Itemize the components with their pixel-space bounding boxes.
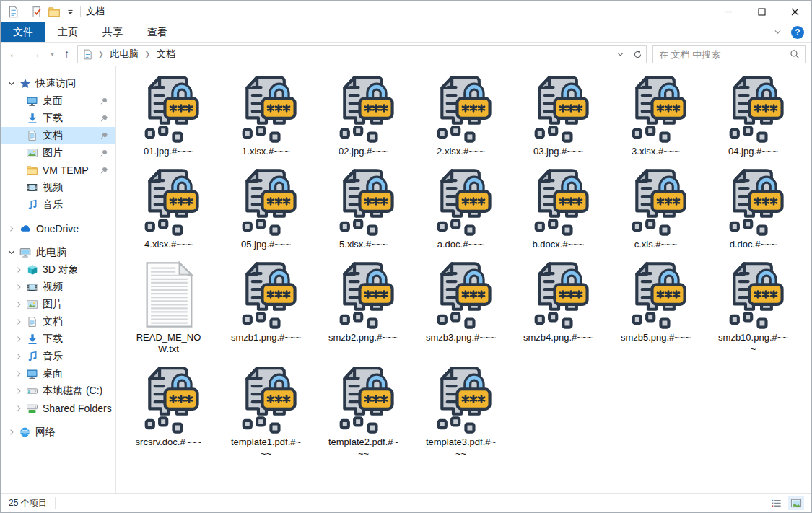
sidebar-item-shared-folders[interactable]: Shared Folders (\\ [1, 400, 115, 417]
file-item[interactable]: 3.xlsx.#~~~ [607, 74, 704, 157]
file-item[interactable]: d.doc.#~~~ [704, 167, 802, 250]
sidebar-item-label: 图片 [43, 146, 63, 159]
sidebar-item-pictures[interactable]: 图片 [1, 296, 115, 313]
sidebar-item-documents[interactable]: 文档 [1, 313, 115, 330]
address-bar[interactable]: ❯ 此电脑 ❯ 文档 [77, 45, 647, 63]
sidebar-item-this-pc[interactable]: 此电脑 [1, 244, 115, 261]
chevron-slot [13, 165, 25, 176]
videos-icon [26, 281, 38, 293]
sidebar-item-downloads[interactable]: 下载 [1, 330, 115, 348]
tab-view[interactable]: 查看 [135, 23, 180, 42]
file-item[interactable]: 1.xlsx.#~~~ [217, 74, 315, 157]
chevron-right-icon [13, 351, 25, 362]
tab-home[interactable]: 主页 [45, 23, 90, 42]
videos-icon [26, 182, 38, 193]
sidebar-item-desktop[interactable]: 桌面 [1, 365, 115, 382]
encrypted-file-icon [623, 260, 689, 330]
sidebar-item-documents[interactable]: 文档 [1, 127, 115, 144]
encrypted-file-icon [136, 364, 202, 434]
encrypted-file-icon [233, 364, 300, 434]
pin-icon [100, 114, 109, 123]
back-button[interactable]: ← [9, 48, 20, 60]
encrypted-file-icon [136, 167, 202, 237]
up-button[interactable]: ↑ [64, 48, 69, 60]
help-button[interactable]: ? [791, 26, 804, 39]
sidebar-item-desktop[interactable]: 桌面 [1, 92, 115, 110]
encrypted-file-icon [428, 364, 494, 434]
sidebar-item-pictures[interactable]: 图片 [1, 144, 115, 162]
file-item[interactable]: 01.jpg.#~~~ [120, 74, 217, 157]
sidebar-item-3d-objects[interactable]: 3D 对象 [1, 261, 115, 279]
file-item[interactable]: READ_ME_NOW.txt [120, 260, 217, 355]
search-icon[interactable] [790, 49, 800, 59]
file-item[interactable]: smzb10.png.#~~~ [704, 260, 802, 355]
sidebar-item-vm-temp[interactable]: VM TEMP [1, 162, 115, 179]
pin-icon [100, 166, 109, 175]
file-name: d.doc.#~~~ [730, 239, 777, 250]
breadcrumb-chevron-icon[interactable]: ❯ [96, 51, 106, 58]
file-item[interactable]: template1.pdf.#~~~ [217, 364, 315, 460]
documents-icon [26, 130, 38, 141]
ribbon-collapse-icon[interactable] [773, 27, 782, 37]
file-item[interactable]: srcsrv.doc.#~~~ [120, 364, 217, 460]
search-input[interactable] [653, 48, 790, 61]
file-item[interactable]: c.xls.#~~~ [607, 167, 704, 250]
breadcrumb-this-pc[interactable]: 此电脑 [106, 48, 143, 61]
recent-locations-chevron-icon[interactable]: ▾ [51, 51, 54, 58]
qat-customize-icon[interactable] [66, 7, 75, 17]
encrypted-file-icon [720, 74, 787, 144]
window-title: 文档 [86, 5, 105, 18]
sidebar-item-local-disk-c[interactable]: 本地磁盘 (C:) [1, 382, 115, 400]
sidebar-item-onedrive[interactable]: OneDrive [1, 220, 115, 237]
sidebar-item-network[interactable]: 网络 [1, 424, 115, 441]
sidebar-item-downloads[interactable]: 下载 [1, 110, 115, 127]
file-name: srcsrv.doc.#~~~ [136, 437, 202, 448]
file-item[interactable]: smzb3.png.#~~~ [412, 260, 510, 355]
breadcrumb-documents[interactable]: 文档 [152, 48, 180, 61]
tab-file[interactable]: 文件 [1, 22, 45, 42]
tab-share[interactable]: 共享 [90, 23, 135, 42]
sidebar-item-quick-access[interactable]: 快速访问 [1, 75, 115, 92]
sidebar-item-music[interactable]: 音乐 [1, 196, 115, 214]
sidebar-item-videos[interactable]: 视频 [1, 179, 115, 196]
new-folder-icon[interactable] [48, 6, 61, 18]
sidebar-item-music[interactable]: 音乐 [1, 348, 115, 365]
properties-check-icon[interactable] [30, 6, 43, 18]
file-item[interactable]: smzb5.png.#~~~ [607, 260, 704, 355]
file-item[interactable]: 4.xlsx.#~~~ [120, 167, 217, 250]
file-item[interactable]: 04.jpg.#~~~ [704, 74, 802, 157]
file-item[interactable]: template2.pdf.#~~~ [315, 364, 412, 460]
file-item[interactable]: 03.jpg.#~~~ [510, 74, 607, 157]
file-item[interactable]: 02.jpg.#~~~ [315, 74, 412, 157]
pictures-icon [26, 147, 38, 159]
thumbnails-view-icon[interactable] [788, 496, 804, 510]
maximize-button[interactable] [745, 1, 778, 22]
file-item[interactable]: 5.xlsx.#~~~ [315, 167, 412, 250]
details-view-icon[interactable] [768, 496, 784, 510]
forward-button[interactable]: → [30, 48, 41, 60]
sidebar-item-label: 下载 [43, 112, 63, 125]
file-item[interactable]: smzb4.png.#~~~ [510, 260, 607, 355]
separator [80, 6, 81, 17]
minimize-button[interactable] [712, 1, 745, 22]
file-grid: 01.jpg.#~~~1.xlsx.#~~~02.jpg.#~~~2.xlsx.… [116, 66, 811, 493]
close-button[interactable] [778, 1, 811, 22]
address-dropdown-icon[interactable] [611, 46, 629, 63]
ribbon-tab-bar: 文件 主页 共享 查看 ? [1, 22, 811, 43]
file-name: smzb1.png.#~~~ [231, 332, 301, 343]
explorer-document-icon[interactable] [7, 6, 19, 18]
refresh-button[interactable] [629, 46, 646, 63]
chevron-right-icon [13, 264, 25, 276]
file-item[interactable]: a.doc.#~~~ [412, 167, 510, 250]
file-name: template2.pdf.#~~~ [327, 437, 401, 460]
file-item[interactable]: smzb2.png.#~~~ [315, 260, 412, 355]
file-item[interactable]: b.docx.#~~~ [510, 167, 607, 250]
file-item[interactable]: template3.pdf.#~~~ [412, 364, 510, 460]
file-item[interactable]: 2.xlsx.#~~~ [412, 74, 510, 157]
breadcrumb-chevron-icon[interactable]: ❯ [143, 51, 153, 58]
sidebar-item-videos[interactable]: 视频 [1, 279, 115, 296]
file-item[interactable]: 05.jpg.#~~~ [217, 167, 315, 250]
file-name: 1.xlsx.#~~~ [242, 146, 290, 157]
file-name: template1.pdf.#~~~ [230, 437, 303, 460]
file-item[interactable]: smzb1.png.#~~~ [217, 260, 315, 355]
